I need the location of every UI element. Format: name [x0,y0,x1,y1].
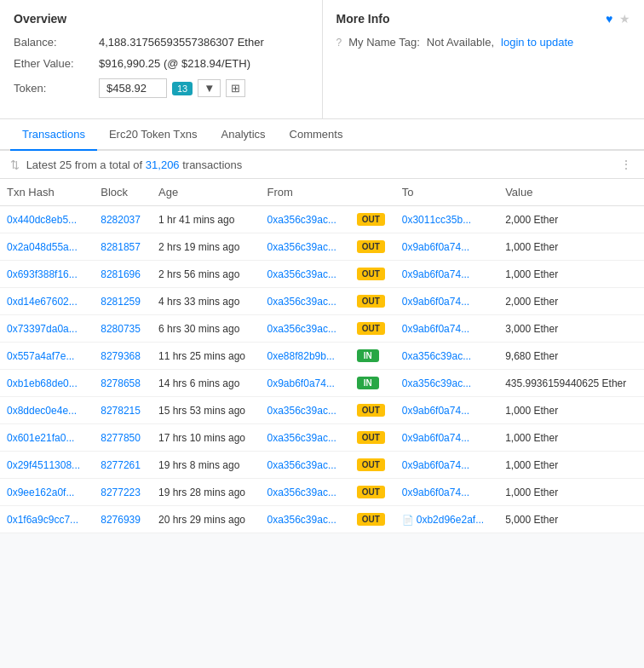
txn-hash-link[interactable]: 0x8ddec0e4e... [7,405,77,417]
value-cell: 3,000 Ether [498,315,644,343]
table-row: 0x557a4af7e... 8279368 11 hrs 25 mins ag… [0,343,644,370]
block-link[interactable]: 8278658 [101,377,141,389]
from-link[interactable]: 0xa356c39ac... [267,241,336,253]
overview-panel: Overview Balance: 4,188.3175659355738630… [0,0,323,118]
txn-total-link[interactable]: 31,206 [146,158,182,171]
from-link[interactable]: 0xe88f82b9b... [267,350,335,362]
age-cell: 1 hr 41 mins ago [152,206,261,233]
table-row: 0x73397da0a... 8280735 6 hrs 30 mins ago… [0,315,644,343]
block-link[interactable]: 8277261 [101,459,141,471]
direction-badge: OUT [357,295,385,308]
ether-value: $916,990.25 (@ $218.94/ETH) [99,57,250,70]
overview-title: Overview [14,12,308,26]
col-hash: Txn Hash [0,179,94,206]
to-link[interactable]: 0x9ab6f0a74... [402,241,469,253]
token-row: 13 ▼ ⊞ [99,78,245,98]
direction-badge: IN [357,377,379,389]
star-icon[interactable]: ★ [619,12,630,26]
name-tag-login-link[interactable]: login to update [501,36,573,49]
to-link[interactable]: 0x3011cc35b... [402,214,471,226]
from-link[interactable]: 0xa356c39ac... [267,487,336,498]
block-link[interactable]: 8277223 [101,487,141,498]
direction-badge: OUT [357,240,385,253]
col-block: Block [94,179,152,206]
txn-hash-link[interactable]: 0x1f6a9c9cc7... [7,514,78,526]
name-tag-help-icon[interactable]: ? [336,37,342,49]
more-options-icon[interactable]: ⋮ [620,158,634,171]
block-link[interactable]: 8278215 [101,405,141,417]
age-cell: 19 hrs 28 mins ago [152,479,261,506]
txn-hash-link[interactable]: 0x9ee162a0f... [7,487,74,498]
to-link[interactable]: 0x9ab6f0a74... [402,432,469,444]
txn-hash-link[interactable]: 0x29f4511308... [7,459,80,471]
direction-badge: OUT [357,486,385,498]
token-expand-button[interactable]: ⊞ [226,79,245,97]
block-link[interactable]: 8276939 [101,514,141,526]
txn-hash-link[interactable]: 0x693f388f16... [7,268,78,280]
tab-erc20[interactable]: Erc20 Token Txns [97,119,210,151]
from-link[interactable]: 0xa356c39ac... [267,296,336,308]
to-link[interactable]: 0x9ab6f0a74... [402,323,469,335]
txn-hash-link[interactable]: 0x2a048d55a... [7,241,78,253]
from-link[interactable]: 0xa356c39ac... [267,405,336,417]
txn-hash-link[interactable]: 0x73397da0a... [7,323,78,335]
to-link[interactable]: 0x9ab6f0a74... [402,296,469,308]
col-age: Age [152,179,261,206]
value-cell: 9,680 Ether [498,343,644,370]
name-tag-label: My Name Tag: [348,36,420,49]
balance-value: 4,188.31756593557386307 Ether [99,36,264,49]
from-link[interactable]: 0x9ab6f0a74... [267,377,335,389]
to-link[interactable]: 0xa356c39ac... [402,377,471,389]
to-link[interactable]: 0x9ab6f0a74... [402,459,469,471]
tab-analytics[interactable]: Analytics [210,119,278,151]
block-link[interactable]: 8277850 [101,432,141,444]
block-link[interactable]: 8282037 [101,214,141,226]
txn-hash-link[interactable]: 0x601e21fa0... [7,432,74,444]
from-link[interactable]: 0xa356c39ac... [267,214,336,226]
col-from: From [261,179,350,206]
block-link[interactable]: 8281857 [101,241,141,253]
txn-header: ⇅ Latest 25 from a total of 31,206 trans… [0,151,644,179]
to-link[interactable]: 0x9ab6f0a74... [402,268,469,280]
to-link[interactable]: 0x9ab6f0a74... [402,487,469,498]
age-cell: 17 hrs 10 mins ago [152,424,261,452]
block-link[interactable]: 8281259 [101,296,141,308]
txn-hash-link[interactable]: 0x440dc8eb5... [7,214,77,226]
block-link[interactable]: 8281696 [101,268,141,280]
table-row: 0x9ee162a0f... 8277223 19 hrs 28 mins ag… [0,479,644,506]
txn-hash-link[interactable]: 0x557a4af7e... [7,350,74,362]
token-dropdown-button[interactable]: ▼ [198,79,221,97]
from-link[interactable]: 0xa356c39ac... [267,514,336,526]
to-link[interactable]: 0xa356c39ac... [402,350,471,362]
table-row: 0x440dc8eb5... 8282037 1 hr 41 mins ago … [0,206,644,233]
txn-hash-link[interactable]: 0xb1eb68de0... [7,377,78,389]
txn-hash-link[interactable]: 0xd14e67602... [7,296,78,308]
age-cell: 11 hrs 25 mins ago [152,343,261,370]
age-cell: 2 hrs 19 mins ago [152,233,261,261]
tab-transactions[interactable]: Transactions [10,119,97,151]
block-link[interactable]: 8279368 [101,350,141,362]
token-value-input[interactable] [99,78,167,98]
to-link[interactable]: 0x9ab6f0a74... [402,405,469,417]
from-link[interactable]: 0xa356c39ac... [267,432,336,444]
txn-count-text: ⇅ Latest 25 from a total of 31,206 trans… [10,158,242,171]
from-link[interactable]: 0xa356c39ac... [267,268,336,280]
to-link[interactable]: 0xb2d96e2af... [417,514,484,526]
table-row: 0xd14e67602... 8281259 4 hrs 33 mins ago… [0,288,644,315]
col-value: Value [498,179,644,206]
value-cell: 2,000 Ether [498,206,644,233]
more-info-title: More Info [336,12,390,26]
block-link[interactable]: 8280735 [101,323,141,335]
table-row: 0x2a048d55a... 8281857 2 hrs 19 mins ago… [0,233,644,261]
from-link[interactable]: 0xa356c39ac... [267,459,336,471]
age-cell: 15 hrs 53 mins ago [152,397,261,424]
direction-badge: OUT [357,213,385,226]
tab-comments[interactable]: Comments [278,119,355,151]
value-cell: 1,000 Ether [498,397,644,424]
heart-icon[interactable]: ♥ [606,12,612,26]
age-cell: 19 hrs 8 mins ago [152,452,261,479]
value-cell: 5,000 Ether [498,506,644,533]
value-cell: 435.9936159440625 Ether [498,370,644,397]
token-label: Token: [14,82,99,95]
from-link[interactable]: 0xa356c39ac... [267,323,336,335]
